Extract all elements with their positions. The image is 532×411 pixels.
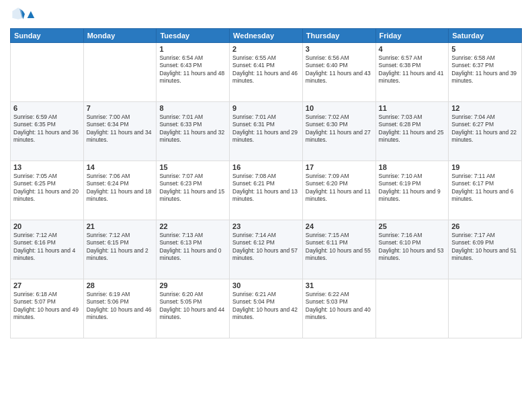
day-number: 3 — [306, 45, 373, 53]
day-number: 9 — [232, 104, 300, 112]
day-number: 28 — [87, 281, 154, 289]
calendar-cell: 4Sunrise: 6:57 AM Sunset: 6:38 PM Daylig… — [375, 43, 449, 102]
calendar-week-row: 1Sunrise: 6:54 AM Sunset: 6:43 PM Daylig… — [11, 43, 522, 102]
day-number: 1 — [159, 45, 226, 53]
day-info: Sunrise: 6:22 AM Sunset: 5:03 PM Dayligh… — [306, 291, 373, 322]
page: ▲ SundayMondayTuesdayWednesdayThursdayFr… — [0, 0, 532, 411]
calendar-cell: 30Sunrise: 6:21 AM Sunset: 5:04 PM Dayli… — [230, 279, 303, 338]
day-number: 20 — [13, 222, 81, 230]
day-info: Sunrise: 6:57 AM Sunset: 6:38 PM Dayligh… — [379, 54, 446, 85]
calendar-table: SundayMondayTuesdayWednesdayThursdayFrid… — [10, 28, 522, 338]
day-number: 30 — [232, 281, 300, 289]
day-info: Sunrise: 6:19 AM Sunset: 5:06 PM Dayligh… — [87, 291, 154, 322]
calendar-cell: 17Sunrise: 7:09 AM Sunset: 6:20 PM Dayli… — [302, 161, 375, 220]
day-info: Sunrise: 7:01 AM Sunset: 6:33 PM Dayligh… — [159, 113, 226, 144]
day-number: 26 — [451, 222, 519, 230]
day-number: 13 — [13, 163, 81, 171]
calendar-cell: 26Sunrise: 7:17 AM Sunset: 6:09 PM Dayli… — [449, 220, 522, 279]
calendar-cell — [449, 279, 522, 338]
calendar-cell — [375, 279, 449, 338]
day-number: 6 — [13, 104, 81, 112]
calendar-cell: 12Sunrise: 7:04 AM Sunset: 6:27 PM Dayli… — [449, 102, 522, 161]
weekday-header: Saturday — [449, 29, 522, 43]
calendar-cell: 8Sunrise: 7:01 AM Sunset: 6:33 PM Daylig… — [157, 102, 230, 161]
calendar-week-row: 20Sunrise: 7:12 AM Sunset: 6:16 PM Dayli… — [11, 220, 522, 279]
day-number: 19 — [451, 163, 519, 171]
day-number: 18 — [379, 163, 446, 171]
day-number: 12 — [451, 104, 519, 112]
day-info: Sunrise: 7:09 AM Sunset: 6:20 PM Dayligh… — [306, 173, 373, 203]
day-number: 11 — [379, 104, 446, 112]
calendar-cell: 3Sunrise: 6:56 AM Sunset: 6:40 PM Daylig… — [302, 43, 375, 102]
calendar-week-row: 27Sunrise: 6:18 AM Sunset: 5:07 PM Dayli… — [11, 279, 522, 338]
weekday-header: Friday — [375, 29, 449, 43]
calendar-cell: 20Sunrise: 7:12 AM Sunset: 6:16 PM Dayli… — [11, 220, 84, 279]
logo-blue: ▲ — [25, 7, 37, 21]
day-number: 16 — [232, 163, 300, 171]
day-info: Sunrise: 7:08 AM Sunset: 6:21 PM Dayligh… — [232, 173, 300, 203]
day-info: Sunrise: 6:58 AM Sunset: 6:37 PM Dayligh… — [451, 54, 519, 85]
day-number: 24 — [306, 222, 373, 230]
day-info: Sunrise: 7:12 AM Sunset: 6:16 PM Dayligh… — [13, 232, 81, 263]
calendar-week-row: 13Sunrise: 7:05 AM Sunset: 6:25 PM Dayli… — [11, 161, 522, 220]
day-number: 10 — [306, 104, 373, 112]
calendar-cell: 10Sunrise: 7:02 AM Sunset: 6:30 PM Dayli… — [302, 102, 375, 161]
weekday-header: Wednesday — [230, 29, 303, 43]
calendar-cell: 24Sunrise: 7:15 AM Sunset: 6:11 PM Dayli… — [302, 220, 375, 279]
day-info: Sunrise: 6:18 AM Sunset: 5:07 PM Dayligh… — [13, 291, 81, 322]
day-info: Sunrise: 7:01 AM Sunset: 6:31 PM Dayligh… — [232, 113, 300, 144]
calendar-cell: 25Sunrise: 7:16 AM Sunset: 6:10 PM Dayli… — [375, 220, 449, 279]
day-info: Sunrise: 7:17 AM Sunset: 6:09 PM Dayligh… — [451, 232, 519, 263]
day-info: Sunrise: 7:13 AM Sunset: 6:13 PM Dayligh… — [159, 232, 226, 263]
header: ▲ — [10, 7, 522, 23]
calendar-cell: 28Sunrise: 6:19 AM Sunset: 5:06 PM Dayli… — [83, 279, 157, 338]
day-info: Sunrise: 6:20 AM Sunset: 5:05 PM Dayligh… — [159, 291, 226, 322]
day-number: 27 — [13, 281, 81, 289]
calendar-cell: 7Sunrise: 7:00 AM Sunset: 6:34 PM Daylig… — [83, 102, 157, 161]
weekday-header: Monday — [83, 29, 157, 43]
day-info: Sunrise: 7:06 AM Sunset: 6:24 PM Dayligh… — [87, 173, 154, 203]
day-number: 23 — [232, 222, 300, 230]
calendar-cell: 29Sunrise: 6:20 AM Sunset: 5:05 PM Dayli… — [157, 279, 230, 338]
day-number: 21 — [87, 222, 154, 230]
logo-icon — [11, 7, 25, 20]
day-info: Sunrise: 6:21 AM Sunset: 5:04 PM Dayligh… — [232, 291, 300, 322]
day-info: Sunrise: 7:07 AM Sunset: 6:23 PM Dayligh… — [159, 173, 226, 203]
calendar-cell: 31Sunrise: 6:22 AM Sunset: 5:03 PM Dayli… — [302, 279, 375, 338]
calendar-header-row: SundayMondayTuesdayWednesdayThursdayFrid… — [11, 29, 522, 43]
calendar-cell: 9Sunrise: 7:01 AM Sunset: 6:31 PM Daylig… — [230, 102, 303, 161]
calendar-cell: 14Sunrise: 7:06 AM Sunset: 6:24 PM Dayli… — [83, 161, 157, 220]
day-number: 14 — [87, 163, 154, 171]
day-info: Sunrise: 7:05 AM Sunset: 6:25 PM Dayligh… — [13, 173, 81, 203]
day-info: Sunrise: 7:15 AM Sunset: 6:11 PM Dayligh… — [306, 232, 373, 263]
day-info: Sunrise: 6:59 AM Sunset: 6:35 PM Dayligh… — [13, 113, 81, 144]
day-number: 15 — [159, 163, 226, 171]
day-info: Sunrise: 7:03 AM Sunset: 6:28 PM Dayligh… — [379, 113, 446, 144]
calendar-cell: 23Sunrise: 7:14 AM Sunset: 6:12 PM Dayli… — [230, 220, 303, 279]
day-info: Sunrise: 7:16 AM Sunset: 6:10 PM Dayligh… — [379, 232, 446, 263]
calendar-cell: 27Sunrise: 6:18 AM Sunset: 5:07 PM Dayli… — [11, 279, 84, 338]
calendar-cell: 1Sunrise: 6:54 AM Sunset: 6:43 PM Daylig… — [157, 43, 230, 102]
calendar-cell: 13Sunrise: 7:05 AM Sunset: 6:25 PM Dayli… — [11, 161, 84, 220]
calendar-cell: 15Sunrise: 7:07 AM Sunset: 6:23 PM Dayli… — [157, 161, 230, 220]
day-info: Sunrise: 6:54 AM Sunset: 6:43 PM Dayligh… — [159, 54, 226, 85]
day-number: 31 — [306, 281, 373, 289]
calendar-cell: 16Sunrise: 7:08 AM Sunset: 6:21 PM Dayli… — [230, 161, 303, 220]
calendar-week-row: 6Sunrise: 6:59 AM Sunset: 6:35 PM Daylig… — [11, 102, 522, 161]
day-info: Sunrise: 6:55 AM Sunset: 6:41 PM Dayligh… — [232, 54, 300, 85]
day-info: Sunrise: 7:11 AM Sunset: 6:17 PM Dayligh… — [451, 173, 519, 203]
day-info: Sunrise: 6:56 AM Sunset: 6:40 PM Dayligh… — [306, 54, 373, 85]
day-info: Sunrise: 7:04 AM Sunset: 6:27 PM Dayligh… — [451, 113, 519, 144]
weekday-header: Thursday — [302, 29, 375, 43]
day-number: 2 — [232, 45, 300, 53]
calendar-cell: 6Sunrise: 6:59 AM Sunset: 6:35 PM Daylig… — [11, 102, 84, 161]
day-info: Sunrise: 7:02 AM Sunset: 6:30 PM Dayligh… — [306, 113, 373, 144]
weekday-header: Sunday — [11, 29, 84, 43]
weekday-header: Tuesday — [157, 29, 230, 43]
calendar-cell: 19Sunrise: 7:11 AM Sunset: 6:17 PM Dayli… — [449, 161, 522, 220]
calendar-cell: 2Sunrise: 6:55 AM Sunset: 6:41 PM Daylig… — [230, 43, 303, 102]
calendar-cell: 22Sunrise: 7:13 AM Sunset: 6:13 PM Dayli… — [157, 220, 230, 279]
day-info: Sunrise: 7:14 AM Sunset: 6:12 PM Dayligh… — [232, 232, 300, 263]
logo-text: ▲ — [25, 8, 37, 21]
day-info: Sunrise: 7:12 AM Sunset: 6:15 PM Dayligh… — [87, 232, 154, 263]
